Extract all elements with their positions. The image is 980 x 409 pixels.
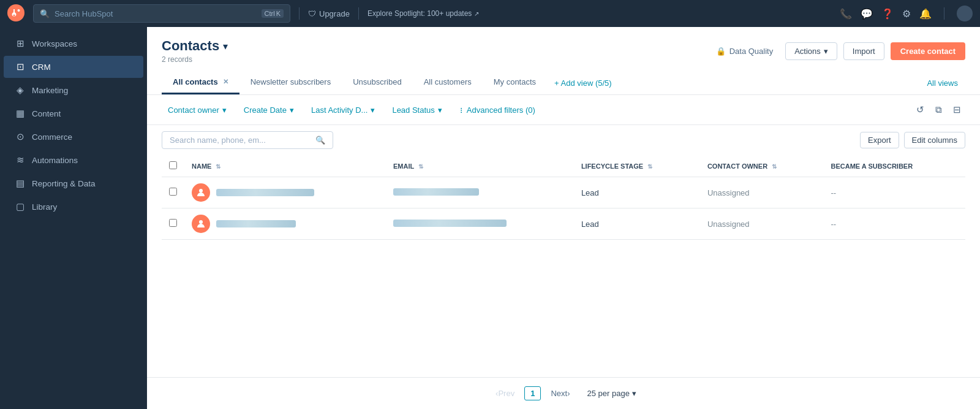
data-quality-button[interactable]: 🔒 Data Quality xyxy=(710,44,780,59)
row-2-checkbox-cell xyxy=(162,208,184,240)
view-icons: ↺ ⧉ ⊟ xyxy=(912,101,965,118)
workspaces-icon: ⊞ xyxy=(15,38,26,49)
page-title-area: Contacts ▾ 2 records xyxy=(162,38,228,64)
row-2-checkbox[interactable] xyxy=(169,219,177,227)
last-activity-caret-icon: ▾ xyxy=(371,105,375,115)
sidebar-item-automations[interactable]: ≋ Automations xyxy=(4,149,143,171)
library-icon: ▢ xyxy=(15,201,26,212)
table-search-input[interactable] xyxy=(170,136,311,145)
bell-icon[interactable]: 🔔 xyxy=(919,8,932,20)
records-count: 2 records xyxy=(162,55,228,64)
tabs-row: All contacts ✕ Newsletter subscribers Un… xyxy=(162,71,965,94)
sidebar-item-marketing[interactable]: ◈ Marketing xyxy=(4,79,143,101)
undo-icon[interactable]: ↺ xyxy=(912,101,929,118)
per-page-selector[interactable]: 25 per page ▾ xyxy=(587,389,636,398)
page-header: Contacts ▾ 2 records 🔒 Data Quality Acti… xyxy=(147,27,980,95)
filters-bar: Contact owner ▾ Create Date ▾ Last Activ… xyxy=(147,95,980,125)
svg-point-1 xyxy=(18,9,20,12)
edit-columns-button[interactable]: Edit columns xyxy=(904,132,965,148)
next-page-button[interactable]: Next › xyxy=(546,386,575,400)
phone-icon[interactable]: 📞 xyxy=(840,8,852,20)
export-button[interactable]: Export xyxy=(860,132,899,148)
nav-icons: 📞 💬 ❓ ⚙ 🔔 xyxy=(840,6,973,21)
table-row: Lead Unassigned -- xyxy=(162,208,965,240)
table-row: Lead Unassigned -- xyxy=(162,177,965,208)
split-icon[interactable]: ⊟ xyxy=(949,101,965,118)
automations-icon: ≋ xyxy=(15,155,26,166)
add-view-button[interactable]: + Add view (5/5) xyxy=(547,72,619,94)
nav-divider-1 xyxy=(299,7,300,20)
table-search-bar[interactable]: 🔍 xyxy=(162,131,333,149)
tab-my-contacts[interactable]: My contacts xyxy=(483,71,547,94)
select-all-checkbox[interactable] xyxy=(169,161,177,169)
sidebar-item-crm[interactable]: ⊡ CRM xyxy=(4,56,143,78)
nav-divider-3 xyxy=(944,7,944,20)
tab-all-customers[interactable]: All customers xyxy=(413,71,483,94)
next-arrow-icon: › xyxy=(567,389,570,398)
marketing-icon: ◈ xyxy=(15,85,26,96)
page-title: Contacts xyxy=(162,38,219,54)
actions-button[interactable]: Actions ▾ xyxy=(785,42,837,60)
sidebar-item-library[interactable]: ▢ Library xyxy=(4,196,143,218)
external-link-icon: ↗ xyxy=(474,10,479,17)
tab-all-contacts[interactable]: All contacts ✕ xyxy=(162,71,239,94)
create-date-caret-icon: ▾ xyxy=(290,105,294,115)
last-activity-filter[interactable]: Last Activity D... ▾ xyxy=(305,102,381,118)
tab-unsubscribed[interactable]: Unsubscribed xyxy=(342,71,413,94)
select-all-col xyxy=(162,155,184,177)
hubspot-logo[interactable] xyxy=(7,4,24,23)
sidebar-item-commerce[interactable]: ⊙ Commerce xyxy=(4,126,143,148)
name-sort-icon[interactable]: ⇅ xyxy=(216,163,221,170)
col-owner: CONTACT OWNER ⇅ xyxy=(700,155,824,177)
svg-point-2 xyxy=(199,189,203,193)
owner-sort-icon[interactable]: ⇅ xyxy=(772,163,777,170)
filter-icon: ⫶ xyxy=(459,105,464,115)
row-2-email-blurred[interactable] xyxy=(393,220,507,227)
create-date-filter[interactable]: Create Date ▾ xyxy=(238,102,300,118)
copy-icon[interactable]: ⧉ xyxy=(931,101,946,118)
row-1-checkbox[interactable] xyxy=(169,188,177,196)
contact-owner-filter[interactable]: Contact owner ▾ xyxy=(162,102,233,118)
row-2-lifecycle-cell: Lead xyxy=(574,208,700,240)
table-action-buttons: Export Edit columns xyxy=(860,132,965,148)
col-email: EMAIL ⇅ xyxy=(386,155,574,177)
svg-point-0 xyxy=(7,4,24,21)
email-sort-icon[interactable]: ⇅ xyxy=(418,163,423,170)
user-avatar[interactable] xyxy=(957,6,973,21)
search-input[interactable] xyxy=(55,9,257,18)
settings-icon[interactable]: ⚙ xyxy=(902,8,911,20)
tab-newsletter[interactable]: Newsletter subscribers xyxy=(239,71,342,94)
row-1-email-cell xyxy=(386,177,574,208)
table-search-icon: 🔍 xyxy=(315,136,325,145)
svg-point-3 xyxy=(199,220,203,224)
page-title-caret[interactable]: ▾ xyxy=(223,40,228,52)
sidebar-item-workspaces[interactable]: ⊞ Workspaces xyxy=(4,32,143,55)
chat-icon[interactable]: 💬 xyxy=(861,8,873,20)
row-2-owner-cell: Unassigned xyxy=(700,208,824,240)
create-contact-button[interactable]: Create contact xyxy=(891,42,965,60)
sidebar: ⊞ Workspaces ⊡ CRM ◈ Marketing ▦ Content… xyxy=(0,27,147,409)
per-page-caret-icon: ▾ xyxy=(632,389,636,398)
import-button[interactable]: Import xyxy=(843,42,884,60)
row-1-email-blurred[interactable] xyxy=(393,188,479,196)
all-views-button[interactable]: All views xyxy=(919,72,965,94)
nav-divider-2 xyxy=(358,7,359,20)
upgrade-link[interactable]: 🛡 Upgrade xyxy=(308,9,350,18)
lifecycle-sort-icon[interactable]: ⇅ xyxy=(647,163,652,170)
lead-status-filter[interactable]: Lead Status ▾ xyxy=(386,102,448,118)
help-icon[interactable]: ❓ xyxy=(881,8,894,20)
top-nav: 🔍 CtrlK 🛡 Upgrade Explore Spotlight: 100… xyxy=(0,0,980,27)
search-bar[interactable]: 🔍 CtrlK xyxy=(33,4,290,23)
contacts-table-wrapper: NAME ⇅ EMAIL ⇅ LIFECYCLE STAGE ⇅ CONTA xyxy=(147,155,980,377)
row-2-name-cell xyxy=(184,208,386,240)
current-page-number[interactable]: 1 xyxy=(524,386,541,400)
sidebar-item-reporting[interactable]: ▤ Reporting & Data xyxy=(4,172,143,194)
tab-all-contacts-close[interactable]: ✕ xyxy=(223,78,228,86)
sidebar-item-content[interactable]: ▦ Content xyxy=(4,102,143,124)
row-2-name-blurred[interactable] xyxy=(216,220,296,227)
advanced-filters-button[interactable]: ⫶ Advanced filters (0) xyxy=(453,102,541,118)
prev-page-button[interactable]: ‹ Prev xyxy=(491,386,519,400)
row-1-avatar xyxy=(192,183,210,202)
row-1-name-blurred[interactable] xyxy=(216,189,314,196)
spotlight-link[interactable]: Explore Spotlight: 100+ updates ↗ xyxy=(368,9,479,18)
